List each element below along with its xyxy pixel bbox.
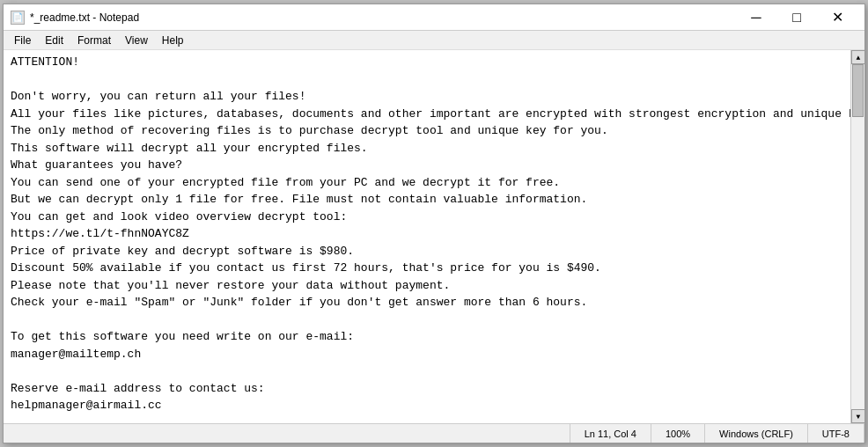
scroll-up-button[interactable]: ▲ (851, 50, 864, 64)
close-button[interactable]: ✕ (817, 4, 857, 31)
vertical-scrollbar[interactable]: ▲ ▼ (850, 50, 864, 423)
scroll-down-button[interactable]: ▼ (851, 409, 864, 423)
status-encoding: UTF-8 (808, 424, 864, 443)
scroll-thumb[interactable] (852, 64, 864, 117)
menu-edit[interactable]: Edit (38, 31, 70, 49)
minimize-button[interactable]: ─ (736, 4, 776, 31)
notepad-window: 📄 *_readme.txt - Notepad ─ □ ✕ File Edit… (3, 4, 865, 443)
status-bar: Ln 11, Col 4 100% Windows (CRLF) UTF-8 (4, 423, 864, 443)
window-controls: ─ □ ✕ (736, 4, 857, 31)
text-editor[interactable] (4, 50, 850, 423)
menu-view[interactable]: View (118, 31, 155, 49)
status-line-col: Ln 11, Col 4 (570, 424, 651, 443)
menu-bar: File Edit Format View Help (4, 31, 864, 50)
status-zoom: 100% (651, 424, 705, 443)
menu-format[interactable]: Format (70, 31, 118, 49)
status-line-ending: Windows (CRLF) (705, 424, 808, 443)
maximize-button[interactable]: □ (776, 4, 817, 31)
menu-help[interactable]: Help (155, 31, 191, 49)
scroll-track[interactable] (851, 64, 864, 409)
notepad-icon: 📄 (11, 11, 25, 25)
content-area: ▲ ▼ (4, 50, 864, 423)
menu-file[interactable]: File (7, 31, 38, 49)
title-bar-left: 📄 *_readme.txt - Notepad (11, 11, 139, 25)
status-spacer (4, 424, 570, 443)
window-title: *_readme.txt - Notepad (30, 11, 139, 24)
title-bar: 📄 *_readme.txt - Notepad ─ □ ✕ (4, 4, 864, 31)
